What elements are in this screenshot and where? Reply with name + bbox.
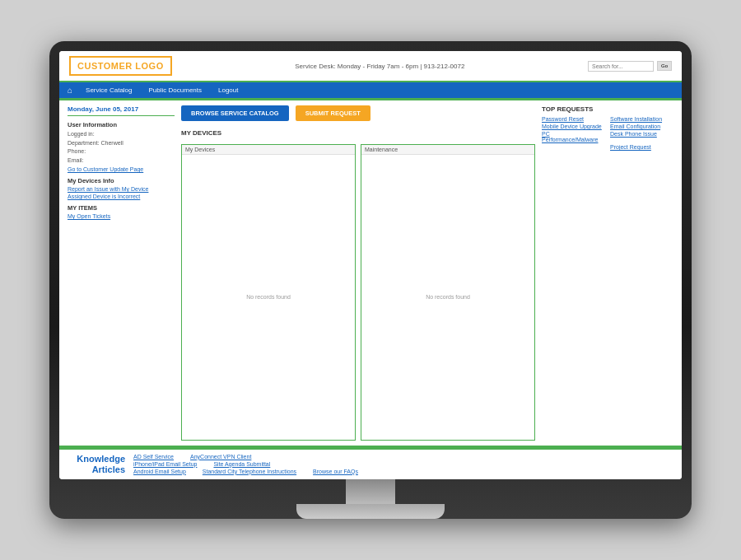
top-requests-grid: Password Reset Software Installation Mob… (542, 116, 673, 150)
go-to-update-link[interactable]: Go to Customer Update Page (68, 166, 175, 172)
user-phone: Phone: (68, 147, 175, 156)
sidebar-date: Monday, June 05, 2017 (68, 105, 175, 116)
knowledge-anyconnect-vpn[interactable]: AnyConnect VPN Client (190, 454, 251, 460)
service-info: Service Desk: Monday - Friday 7am - 6pm … (295, 63, 464, 70)
search-input[interactable] (588, 61, 654, 72)
nav-bar: ⌂ Service Catalog Public Documents Logou… (59, 82, 682, 98)
my-devices-panel: My Devices No records found (181, 144, 356, 441)
screen-header: CUSTOMER LOGO Service Desk: Monday - Fri… (59, 51, 682, 82)
knowledge-bar: Knowledge Articles AD Self Service AnyCo… (59, 448, 682, 479)
devices-info-title: My Devices Info (68, 177, 175, 184)
knowledge-label-line1: Knowledge (77, 454, 125, 464)
screen: CUSTOMER LOGO Service Desk: Monday - Fri… (59, 51, 682, 479)
top-request-email-config[interactable]: Email Configuration (610, 124, 673, 129)
report-device-issue-link[interactable]: Report an Issue with My Device (68, 186, 175, 192)
monitor-neck (346, 479, 395, 504)
nav-service-catalog[interactable]: Service Catalog (82, 85, 135, 96)
knowledge-standard-city[interactable]: Standard City Telephone Instructions (203, 469, 296, 474)
devices-panels: My Devices No records found Maintenance … (181, 144, 535, 441)
nav-logout[interactable]: Logout (215, 85, 241, 96)
knowledge-links: AD Self Service AnyConnect VPN Client iP… (133, 454, 673, 474)
knowledge-row-3: Android Email Setup Standard City Teleph… (133, 469, 673, 474)
monitor-foot (296, 504, 445, 519)
user-logged-in: Logged in: (68, 130, 175, 139)
my-devices-panel-header: My Devices (182, 145, 355, 155)
top-request-password-reset[interactable]: Password Reset (542, 116, 605, 122)
knowledge-row-2: iPhone/iPad Email Setup Site Agenda Subm… (133, 461, 673, 467)
user-info-title: User Information (68, 121, 175, 128)
assigned-device-incorrect-link[interactable]: Assigned Device is Incorrect (68, 194, 175, 199)
search-go-button[interactable]: Go (657, 61, 672, 71)
user-email: Email: (68, 156, 175, 166)
knowledge-row-1: AD Self Service AnyConnect VPN Client (133, 454, 673, 460)
my-items-title: MY ITEMS (68, 204, 175, 212)
knowledge-ad-self-service[interactable]: AD Self Service (133, 454, 174, 460)
knowledge-label: Knowledge Articles (68, 454, 125, 475)
submit-request-button[interactable]: SUBMIT REQUEST (296, 105, 370, 121)
top-request-desk-phone[interactable]: Desk Phone Issue (610, 131, 673, 142)
user-department: Department: Cherwell (68, 139, 175, 148)
top-request-pc-perf[interactable]: PC Performance/Malware (542, 131, 605, 142)
top-requests-title: TOP REQUESTS (542, 105, 673, 113)
top-requests-sidebar: TOP REQUESTS Password Reset Software Ins… (542, 105, 673, 441)
sidebar: Monday, June 05, 2017 User Information L… (68, 105, 175, 441)
nav-public-documents[interactable]: Public Documents (146, 85, 205, 96)
knowledge-site-agenda[interactable]: Site Agenda Submittal (213, 461, 270, 467)
top-request-project[interactable]: Project Request (610, 144, 673, 150)
maintenance-panel-body: No records found (361, 155, 534, 440)
browse-faqs-link[interactable]: Browse our FAQs (313, 469, 358, 474)
knowledge-label-line2: Articles (92, 464, 125, 474)
main-content: Monday, June 05, 2017 User Information L… (59, 100, 682, 446)
center-content: BROWSE SERVICE CATALOG SUBMIT REQUEST MY… (181, 105, 535, 441)
monitor: CUSTOMER LOGO Service Desk: Monday - Fri… (49, 41, 692, 519)
my-open-tickets-link[interactable]: My Open Tickets (68, 213, 175, 219)
top-request-mobile[interactable]: Mobile Device Upgrade (542, 124, 605, 129)
action-buttons: BROWSE SERVICE CATALOG SUBMIT REQUEST (181, 105, 535, 121)
maintenance-panel-header: Maintenance (361, 145, 534, 155)
top-request-software[interactable]: Software Installation (610, 116, 673, 122)
my-devices-title: MY DEVICES (181, 129, 535, 137)
customer-logo: CUSTOMER LOGO (69, 56, 172, 76)
home-icon[interactable]: ⌂ (68, 86, 72, 95)
knowledge-iphone-email[interactable]: iPhone/iPad Email Setup (133, 461, 197, 467)
top-request-empty (542, 144, 605, 150)
knowledge-android-email[interactable]: Android Email Setup (133, 469, 186, 474)
browse-catalog-button[interactable]: BROWSE SERVICE CATALOG (181, 105, 289, 121)
my-devices-panel-body: No records found (182, 155, 355, 440)
maintenance-panel: Maintenance No records found (361, 144, 535, 441)
header-right: Go (588, 61, 672, 72)
